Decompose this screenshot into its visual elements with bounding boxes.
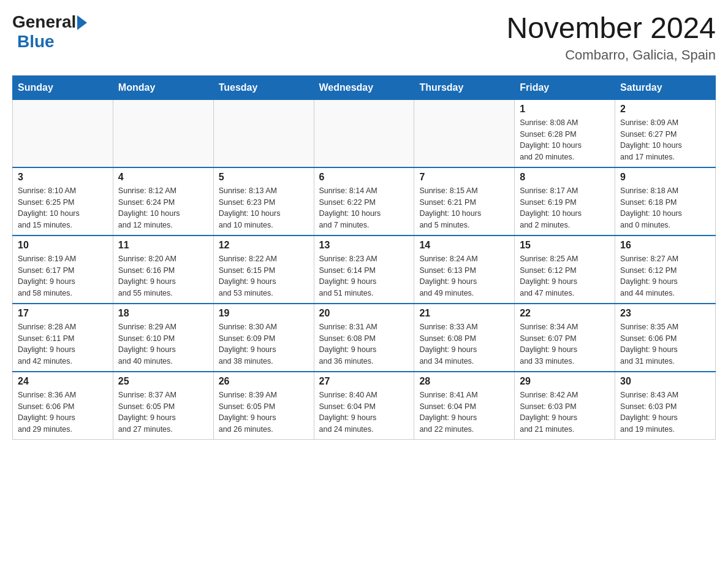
calendar-day: 15Sunrise: 8:25 AMSunset: 6:12 PMDayligh… bbox=[515, 236, 615, 304]
day-info: Sunrise: 8:13 AMSunset: 6:23 PMDaylight:… bbox=[219, 185, 309, 231]
calendar-day: 12Sunrise: 8:22 AMSunset: 6:15 PMDayligh… bbox=[213, 236, 314, 304]
day-info: Sunrise: 8:14 AMSunset: 6:22 PMDaylight:… bbox=[319, 185, 409, 231]
day-number: 14 bbox=[419, 240, 509, 251]
calendar-header-row: SundayMondayTuesdayWednesdayThursdayFrid… bbox=[13, 75, 716, 99]
day-number: 11 bbox=[118, 240, 208, 251]
day-number: 9 bbox=[620, 172, 710, 183]
day-info: Sunrise: 8:25 AMSunset: 6:12 PMDaylight:… bbox=[520, 253, 610, 299]
day-info: Sunrise: 8:23 AMSunset: 6:14 PMDaylight:… bbox=[319, 253, 409, 299]
day-info: Sunrise: 8:19 AMSunset: 6:17 PMDaylight:… bbox=[18, 253, 108, 299]
day-number: 6 bbox=[319, 172, 409, 183]
day-info: Sunrise: 8:43 AMSunset: 6:03 PMDaylight:… bbox=[620, 389, 710, 435]
calendar-day: 6Sunrise: 8:14 AMSunset: 6:22 PMDaylight… bbox=[314, 167, 414, 236]
day-info: Sunrise: 8:40 AMSunset: 6:04 PMDaylight:… bbox=[319, 389, 409, 435]
calendar-week-5: 24Sunrise: 8:36 AMSunset: 6:06 PMDayligh… bbox=[13, 372, 716, 440]
day-number: 27 bbox=[319, 376, 409, 387]
day-number: 24 bbox=[18, 376, 108, 387]
day-info: Sunrise: 8:28 AMSunset: 6:11 PMDaylight:… bbox=[18, 321, 108, 367]
calendar-header-tuesday: Tuesday bbox=[213, 75, 314, 99]
calendar-day: 2Sunrise: 8:09 AMSunset: 6:27 PMDaylight… bbox=[615, 99, 716, 167]
day-number: 4 bbox=[118, 172, 208, 183]
day-number: 5 bbox=[219, 172, 309, 183]
day-info: Sunrise: 8:37 AMSunset: 6:05 PMDaylight:… bbox=[118, 389, 208, 435]
day-info: Sunrise: 8:17 AMSunset: 6:19 PMDaylight:… bbox=[520, 185, 610, 231]
day-info: Sunrise: 8:39 AMSunset: 6:05 PMDaylight:… bbox=[219, 389, 309, 435]
calendar-day: 18Sunrise: 8:29 AMSunset: 6:10 PMDayligh… bbox=[113, 304, 213, 372]
day-number: 7 bbox=[419, 172, 509, 183]
calendar-day: 3Sunrise: 8:10 AMSunset: 6:25 PMDaylight… bbox=[13, 167, 113, 236]
day-info: Sunrise: 8:27 AMSunset: 6:12 PMDaylight:… bbox=[620, 253, 710, 299]
day-number: 10 bbox=[18, 240, 108, 251]
calendar-day: 11Sunrise: 8:20 AMSunset: 6:16 PMDayligh… bbox=[113, 236, 213, 304]
day-info: Sunrise: 8:42 AMSunset: 6:03 PMDaylight:… bbox=[520, 389, 610, 435]
day-number: 18 bbox=[118, 308, 208, 319]
day-info: Sunrise: 8:09 AMSunset: 6:27 PMDaylight:… bbox=[620, 117, 710, 163]
calendar-day: 27Sunrise: 8:40 AMSunset: 6:04 PMDayligh… bbox=[314, 372, 414, 440]
day-number: 25 bbox=[118, 376, 208, 387]
calendar-day: 22Sunrise: 8:34 AMSunset: 6:07 PMDayligh… bbox=[515, 304, 615, 372]
day-number: 8 bbox=[520, 172, 610, 183]
calendar-day bbox=[213, 99, 314, 167]
day-number: 2 bbox=[620, 104, 710, 115]
calendar-day bbox=[414, 99, 515, 167]
calendar-day: 9Sunrise: 8:18 AMSunset: 6:18 PMDaylight… bbox=[615, 167, 716, 236]
calendar-day: 21Sunrise: 8:33 AMSunset: 6:08 PMDayligh… bbox=[414, 304, 515, 372]
day-number: 19 bbox=[219, 308, 309, 319]
calendar-day bbox=[13, 99, 113, 167]
day-number: 16 bbox=[620, 240, 710, 251]
day-number: 30 bbox=[620, 376, 710, 387]
day-info: Sunrise: 8:08 AMSunset: 6:28 PMDaylight:… bbox=[520, 117, 610, 163]
calendar-day bbox=[113, 99, 213, 167]
calendar-day: 23Sunrise: 8:35 AMSunset: 6:06 PMDayligh… bbox=[615, 304, 716, 372]
calendar-day: 26Sunrise: 8:39 AMSunset: 6:05 PMDayligh… bbox=[213, 372, 314, 440]
calendar-week-3: 10Sunrise: 8:19 AMSunset: 6:17 PMDayligh… bbox=[13, 236, 716, 304]
day-info: Sunrise: 8:36 AMSunset: 6:06 PMDaylight:… bbox=[18, 389, 108, 435]
calendar-week-4: 17Sunrise: 8:28 AMSunset: 6:11 PMDayligh… bbox=[13, 304, 716, 372]
day-number: 22 bbox=[520, 308, 610, 319]
calendar-header-sunday: Sunday bbox=[13, 75, 113, 99]
logo-blue-text: Blue bbox=[17, 32, 87, 52]
calendar-day: 28Sunrise: 8:41 AMSunset: 6:04 PMDayligh… bbox=[414, 372, 515, 440]
calendar-week-1: 1Sunrise: 8:08 AMSunset: 6:28 PMDaylight… bbox=[13, 99, 716, 167]
calendar-day: 14Sunrise: 8:24 AMSunset: 6:13 PMDayligh… bbox=[414, 236, 515, 304]
logo: General Blue bbox=[12, 12, 87, 52]
day-info: Sunrise: 8:15 AMSunset: 6:21 PMDaylight:… bbox=[419, 185, 509, 231]
day-info: Sunrise: 8:34 AMSunset: 6:07 PMDaylight:… bbox=[520, 321, 610, 367]
calendar-day: 8Sunrise: 8:17 AMSunset: 6:19 PMDaylight… bbox=[515, 167, 615, 236]
day-info: Sunrise: 8:20 AMSunset: 6:16 PMDaylight:… bbox=[118, 253, 208, 299]
day-number: 1 bbox=[520, 104, 610, 115]
day-info: Sunrise: 8:33 AMSunset: 6:08 PMDaylight:… bbox=[419, 321, 509, 367]
day-number: 15 bbox=[520, 240, 610, 251]
day-number: 13 bbox=[319, 240, 409, 251]
calendar-day: 29Sunrise: 8:42 AMSunset: 6:03 PMDayligh… bbox=[515, 372, 615, 440]
calendar-table: SundayMondayTuesdayWednesdayThursdayFrid… bbox=[12, 75, 716, 440]
calendar-day: 16Sunrise: 8:27 AMSunset: 6:12 PMDayligh… bbox=[615, 236, 716, 304]
calendar-day: 4Sunrise: 8:12 AMSunset: 6:24 PMDaylight… bbox=[113, 167, 213, 236]
calendar-day: 30Sunrise: 8:43 AMSunset: 6:03 PMDayligh… bbox=[615, 372, 716, 440]
logo-general-text: General bbox=[12, 12, 76, 32]
logo-arrow-icon bbox=[77, 15, 87, 30]
calendar-day bbox=[314, 99, 414, 167]
calendar-day: 25Sunrise: 8:37 AMSunset: 6:05 PMDayligh… bbox=[113, 372, 213, 440]
day-info: Sunrise: 8:12 AMSunset: 6:24 PMDaylight:… bbox=[118, 185, 208, 231]
day-info: Sunrise: 8:24 AMSunset: 6:13 PMDaylight:… bbox=[419, 253, 509, 299]
calendar-day: 20Sunrise: 8:31 AMSunset: 6:08 PMDayligh… bbox=[314, 304, 414, 372]
calendar-header-thursday: Thursday bbox=[414, 75, 515, 99]
day-number: 12 bbox=[219, 240, 309, 251]
calendar-day: 17Sunrise: 8:28 AMSunset: 6:11 PMDayligh… bbox=[13, 304, 113, 372]
calendar-day: 24Sunrise: 8:36 AMSunset: 6:06 PMDayligh… bbox=[13, 372, 113, 440]
calendar-day: 5Sunrise: 8:13 AMSunset: 6:23 PMDaylight… bbox=[213, 167, 314, 236]
calendar-week-2: 3Sunrise: 8:10 AMSunset: 6:25 PMDaylight… bbox=[13, 167, 716, 236]
day-info: Sunrise: 8:29 AMSunset: 6:10 PMDaylight:… bbox=[118, 321, 208, 367]
day-number: 29 bbox=[520, 376, 610, 387]
calendar-header-friday: Friday bbox=[515, 75, 615, 99]
day-info: Sunrise: 8:22 AMSunset: 6:15 PMDaylight:… bbox=[219, 253, 309, 299]
day-info: Sunrise: 8:18 AMSunset: 6:18 PMDaylight:… bbox=[620, 185, 710, 231]
day-number: 23 bbox=[620, 308, 710, 319]
day-number: 26 bbox=[219, 376, 309, 387]
calendar-day: 13Sunrise: 8:23 AMSunset: 6:14 PMDayligh… bbox=[314, 236, 414, 304]
page-header: General Blue November 2024 Combarro, Gal… bbox=[12, 12, 716, 63]
day-info: Sunrise: 8:41 AMSunset: 6:04 PMDaylight:… bbox=[419, 389, 509, 435]
page-subtitle: Combarro, Galicia, Spain bbox=[506, 47, 716, 63]
day-number: 28 bbox=[419, 376, 509, 387]
